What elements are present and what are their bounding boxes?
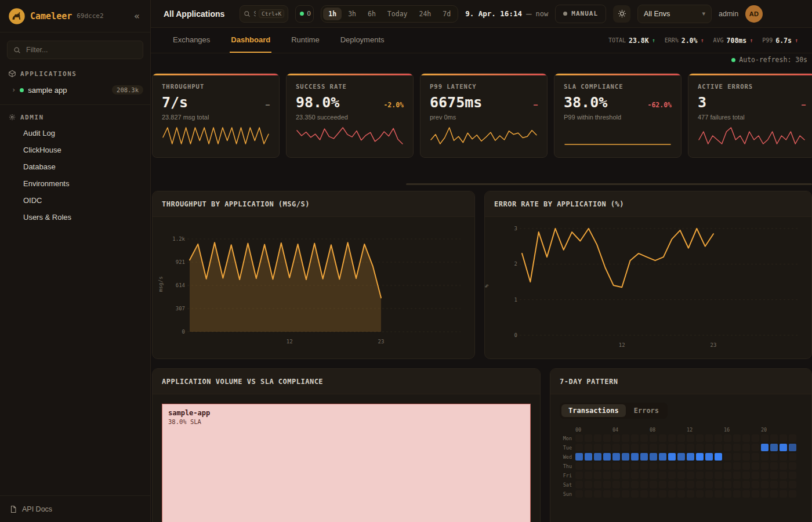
- online-status-pill[interactable]: O: [295, 5, 314, 23]
- time-range-group: 1h3h6hToday24h7d: [321, 5, 458, 23]
- heatmap-cell: [631, 481, 639, 488]
- sidebar-item-clickhouse[interactable]: ClickHouse: [0, 142, 150, 158]
- env-select[interactable]: All Envs ▾: [637, 5, 712, 23]
- auto-refresh-label: Auto-refresh: 30s: [739, 56, 807, 64]
- time-range-3h[interactable]: 3h: [343, 8, 361, 20]
- heatmap-day-label: Fri: [560, 473, 574, 478]
- heatmap-cell: [789, 444, 796, 451]
- heatmap-cell: [585, 481, 592, 488]
- pattern-tab-errors[interactable]: Errors: [627, 404, 666, 417]
- heatmap-cell: [724, 453, 731, 461]
- heatmap-hour-label: [770, 427, 778, 433]
- time-range-7d[interactable]: 7d: [437, 8, 456, 20]
- heatmap-hour-label: 00: [575, 427, 583, 433]
- heatmap-hour-label: [622, 427, 629, 433]
- sidebar-item-oidc[interactable]: OIDC: [0, 192, 150, 209]
- search-icon: [13, 46, 21, 54]
- kpi-delta: –: [266, 101, 270, 109]
- heatmap-hour-label: [603, 427, 611, 433]
- heatmap-cell: [780, 453, 787, 461]
- heatmap-cell: [780, 444, 787, 451]
- pattern-tab-transactions[interactable]: Transactions: [561, 404, 626, 417]
- sidebar-item-audit-log[interactable]: Audit Log: [0, 125, 150, 142]
- heatmap-cell: [612, 472, 620, 479]
- heatmap-cell: [575, 453, 583, 461]
- kpi-sparkline: [162, 125, 270, 146]
- sidebar-item-sample-app[interactable]: › sample app 208.3k: [0, 81, 150, 99]
- heatmap-cell: [594, 453, 601, 461]
- panel-header: ERROR RATE BY APPLICATION (%): [485, 191, 811, 217]
- sidebar-item-database[interactable]: Database: [0, 158, 150, 175]
- heatmap-cell: [780, 481, 787, 488]
- tab-deployments[interactable]: Deployments: [339, 28, 386, 53]
- heatmap-cell: [603, 434, 611, 442]
- stat-value: 6.7s: [775, 37, 792, 45]
- heatmap-cell: [594, 434, 601, 442]
- api-docs-link[interactable]: API Docs: [22, 505, 52, 513]
- heatmap-hour-label: [715, 427, 722, 433]
- heatmap-cell: [677, 462, 685, 470]
- header-stats: TOTAL23.8K↑ERR%2.0%↑AVG708ms↑P996.7s↑: [608, 28, 798, 53]
- heatmap-hour-label: 08: [650, 427, 657, 433]
- app-title: Cameleer: [30, 11, 72, 21]
- heatmap-cell: [752, 444, 759, 451]
- filter-input[interactable]: [25, 45, 137, 55]
- heatmap-cell: [715, 472, 722, 479]
- pattern-body: TransactionsErrors 000408121620MonTueWed…: [550, 394, 811, 506]
- auto-refresh-dot: [731, 58, 735, 62]
- panel-title: THROUGHPUT BY APPLICATION (MSG/S): [162, 200, 310, 208]
- treemap-item-sample-app[interactable]: sample-app 38.0% SLA: [162, 404, 531, 522]
- sidebar-item-environments[interactable]: Environments: [0, 175, 150, 192]
- heatmap-cell: [761, 434, 768, 442]
- panel-title: 7-DAY PATTERN: [560, 378, 618, 386]
- heatmap-cell: [668, 481, 676, 488]
- heatmap-cell: [603, 490, 611, 498]
- svg-text:614: 614: [176, 282, 185, 288]
- time-range-today[interactable]: Today: [382, 8, 413, 20]
- theme-toggle-button[interactable]: [613, 5, 630, 23]
- stat-value: 23.8K: [629, 37, 649, 45]
- camel-logo-icon: [8, 8, 26, 25]
- heatmap-cell: [724, 490, 731, 498]
- heatmap-cell: [696, 490, 704, 498]
- refresh-mode-button[interactable]: MANUAL: [555, 5, 606, 23]
- sidebar-collapse-button[interactable]: «: [132, 9, 142, 23]
- tab-runtime[interactable]: Runtime: [290, 28, 320, 53]
- heatmap-cell: [687, 444, 694, 451]
- stat-value: 2.0%: [682, 37, 698, 45]
- sidebar-filter[interactable]: [7, 41, 143, 59]
- scrollbar-thumb[interactable]: [406, 183, 812, 185]
- heatmap-day-label: Tue: [560, 445, 574, 451]
- heatmap-cell: [640, 481, 648, 488]
- heatmap-cell: [752, 453, 759, 461]
- kpi-value-row: 7/s–: [162, 94, 270, 111]
- date-range-from: 9. Apr. 16:14: [465, 9, 522, 18]
- avatar[interactable]: AD: [745, 5, 763, 23]
- sidebar-footer[interactable]: API Docs: [0, 495, 150, 522]
- trend-arrow-icon: ↑: [795, 37, 798, 44]
- sidebar-item-users-roles[interactable]: Users & Roles: [0, 209, 150, 226]
- pattern-tab-group: TransactionsErrors: [560, 403, 668, 419]
- trend-arrow-icon: ↑: [652, 37, 655, 44]
- heatmap-cell: [761, 481, 768, 488]
- date-range-picker[interactable]: 9. Apr. 16:14 — now: [465, 8, 548, 19]
- kpi-card-p99-latency: P99 LATENCY6675ms–prev 0ms: [420, 73, 548, 158]
- kpi-delta: -62.0%: [647, 101, 672, 109]
- y-axis-label: msg/s: [158, 277, 164, 292]
- tab-dashboard[interactable]: Dashboard: [230, 28, 271, 53]
- treemap-app-name: sample-app: [168, 409, 524, 417]
- time-range-24h[interactable]: 24h: [414, 8, 436, 20]
- heatmap-cell: [575, 481, 583, 488]
- heatmap-cell: [603, 472, 611, 479]
- throughput-chart-canvas: 03076149211.2k1223: [162, 224, 465, 351]
- heatmap-cell: [742, 472, 750, 479]
- env-select-value: All Envs: [644, 10, 670, 18]
- time-range-1h[interactable]: 1h: [323, 8, 342, 20]
- global-search[interactable]: S... Ctrl+K: [240, 5, 288, 23]
- heatmap-cell: [650, 434, 657, 442]
- heatmap-cell: [789, 490, 796, 498]
- time-range-6h[interactable]: 6h: [362, 8, 381, 20]
- heatmap-cell: [659, 462, 666, 470]
- tab-exchanges[interactable]: Exchanges: [172, 28, 211, 53]
- stat-total: TOTAL23.8K↑: [608, 37, 655, 45]
